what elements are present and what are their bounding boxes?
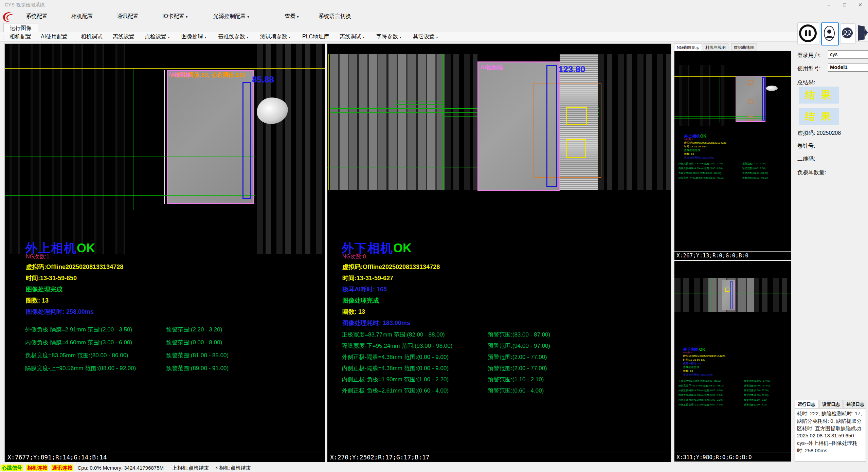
chevron-down-icon: ▾ <box>186 15 187 19</box>
toolbar-item-plc-library[interactable]: PLC地址库 <box>302 33 329 40</box>
mini-warn: 预警范围:(2.00 - 77.00) <box>744 389 768 392</box>
camera-name: 外下相机 <box>342 241 393 255</box>
toolbar-item-image-process[interactable]: 图像处理 ▾ <box>181 33 206 40</box>
mini-measure: 外侧正极-负极=2.61mm 范围:(0.60 - 4.00) <box>679 403 723 406</box>
tab-data-curve[interactable]: 数据曲线图 <box>731 43 757 51</box>
toolbar-item-char-params[interactable]: 字符参数 ▾ <box>376 33 401 40</box>
tab-line-curve[interactable]: 料线曲线图 <box>703 43 728 51</box>
menu-item-comm-config[interactable]: 通讯配置 <box>117 13 139 20</box>
mini-warn: 预警范围:(83.00 - 87.00) <box>744 379 770 383</box>
yellow-defect-box <box>566 107 587 125</box>
model-label: 使用型号: <box>797 65 820 72</box>
mini-warn: 预警范围:(94.00 - 97.00) <box>744 384 770 387</box>
info-loop-count: 圈数: 13 <box>342 308 365 316</box>
mini-measure: 正极宽度=83.77mm 范围:(82.00 - 88.00) <box>679 379 721 383</box>
toolbar-item-ai-config[interactable]: AI使用配置 <box>41 33 68 40</box>
info-ai-time: 极耳AI耗时: 165 <box>342 285 387 293</box>
measurement-row: 内侧正极-负极=1.90mm 范围:(1.00 - 2.20) <box>342 376 449 383</box>
image-strips-right <box>598 54 671 190</box>
mini-green-line <box>674 105 765 105</box>
toolbar-label: PLC地址库 <box>302 34 329 39</box>
mini-info: 图像处理完成 <box>683 365 699 369</box>
tab-setting-log[interactable]: 设置日志 <box>819 400 843 408</box>
minimize-button[interactable]: – <box>821 0 837 10</box>
warning-range: 预警范围:(83.00 - 87.00) <box>488 331 550 339</box>
result-display-2: 结 果 <box>799 108 839 125</box>
pixel-coordinate-bar: X:270;Y:2502;R:17;G:17;B:17 <box>327 453 671 462</box>
toolbar-item-camera-debug[interactable]: 相机调试 <box>81 33 103 40</box>
measurement-row: 隔膜宽度-上=90.56mm 范围:(88.00 - 92.00) <box>25 364 136 372</box>
mini-info: 极耳AI耗时: 165 <box>683 362 702 365</box>
cpu-memory-text: Cpu: 0.0% Memory: 3424.41796875M <box>78 465 164 471</box>
yellow-reference-line <box>5 68 325 69</box>
toolbar-item-test-params[interactable]: 测试项参数 ▾ <box>260 33 290 40</box>
menu-label: 系统配置 <box>26 13 48 19</box>
toolbar-item-offline-setting[interactable]: 离线设置 <box>113 33 134 40</box>
tab-run-image[interactable]: 运行图像 <box>3 23 38 33</box>
tab-run-log[interactable]: 运行日志 <box>795 400 818 408</box>
mini-orange-box <box>748 116 753 121</box>
toolbar: 相机配置 AI使用配置 相机调试 离线设置 点检设置 ▾ 图像处理 ▾ 基准线参… <box>0 32 868 42</box>
qr-code-label: 二维码: <box>797 156 815 163</box>
close-button[interactable]: ✕ <box>852 0 868 10</box>
menu-item-io-config[interactable]: IO卡配置 ▾ <box>162 13 187 20</box>
mini-green-vline <box>720 77 720 123</box>
measurement-text: 外侧负极-隔膜=2.91mm 范围:(2.00 - 3.50) <box>25 326 132 333</box>
reel-number-label: 卷针号: <box>797 143 815 150</box>
mini-camera-status: OK <box>699 347 705 352</box>
menu-item-light-config[interactable]: 光源控制配置 ▾ <box>213 13 249 20</box>
maximize-button[interactable]: □ <box>837 0 852 10</box>
warning-range: 预警范围:(94.00 - 97.00) <box>488 342 550 350</box>
chevron-down-icon: ▾ <box>297 15 299 19</box>
menu-item-view[interactable]: 查看 ▾ <box>285 13 299 20</box>
mini-blue-box <box>762 77 765 121</box>
chevron-down-icon: ▾ <box>247 15 249 19</box>
mini-warn: 预警范围:(2.00 - 77.00) <box>744 394 768 397</box>
user-manage-button[interactable] <box>840 23 856 44</box>
toolbar-label: 其它设置 <box>413 34 435 39</box>
warning-range: 预警范围:(81.00 - 85.00) <box>166 351 229 359</box>
green-line <box>5 195 255 196</box>
result-display-1: 结 果 <box>799 87 839 104</box>
toolbar-item-spot-check[interactable]: 点检设置 ▾ <box>145 33 169 40</box>
lower-camera-status: 下相机:点检结束 <box>214 465 251 471</box>
green-line <box>5 151 255 151</box>
toolbar-item-other-settings[interactable]: 其它设置 ▾ <box>413 33 438 40</box>
negative-tab-count-label: 负极耳数量: <box>797 169 826 176</box>
toolbar-label: 测试项参数 <box>260 34 287 39</box>
tab-ng-display[interactable]: NG截图显示 <box>674 43 702 51</box>
menu-item-language-switch[interactable]: 系统语言切换 <box>319 13 351 20</box>
title-bar: CYS-视觉检测系统 – □ ✕ <box>0 0 868 10</box>
green-vertical-line <box>133 69 133 210</box>
user-login-button[interactable] <box>821 22 839 46</box>
yellow-reference-line <box>328 54 329 190</box>
ai-box-label: AI检测框 <box>480 63 503 71</box>
menu-item-system-config[interactable]: 系统配置 <box>26 13 48 20</box>
measure-value-overlay: 123.80 <box>558 64 585 75</box>
tab-error-log[interactable]: 错误日志 <box>844 400 867 408</box>
measurement-text: 负极宽度=83.05mm 范围:(80.00 - 86.00) <box>25 352 128 359</box>
mini-green-vline <box>711 278 711 312</box>
info-time: 时间:13-31-59-627 <box>342 274 393 282</box>
toolbar-item-camera-config[interactable]: 相机配置 <box>10 33 31 40</box>
toolbar-item-offline-debug[interactable]: 离线调试 ▾ <box>340 33 364 40</box>
mini-info: 时间:13-31-59-627 <box>683 358 705 362</box>
run-log-text[interactable]: 耗时: 222, 缺陷检测耗时: 17, 缺陷分类耗时: 0, 缺陷提取分区耗时… <box>795 408 866 462</box>
ng-thumbnail-lower: 外下相机OK NG次数:0 虚拟码:Offline202502081331347… <box>674 261 791 453</box>
window-title: CYS-视觉检测系统 <box>5 2 44 8</box>
login-user-field[interactable]: cys <box>828 50 868 59</box>
chevron-down-icon: ▾ <box>247 35 248 39</box>
mini-info: 图像处理耗时: 258.00ms <box>684 156 714 160</box>
model-field[interactable]: Model1 <box>828 63 868 72</box>
pause-button[interactable] <box>797 22 819 45</box>
info-process-time: 图像处理耗时: 258.00ms <box>26 308 94 316</box>
warning-range: 预警范围:(0.60 - 4.00) <box>488 387 544 395</box>
info-virtual-code: 虚拟码:Offline20250208133134728 <box>26 263 123 271</box>
exit-button[interactable] <box>857 22 868 44</box>
pixel-coordinate-bar: X:7677;Y:891;R:14;G:14;B:14 <box>5 453 325 462</box>
green-line <box>395 102 445 102</box>
toolbar-item-baseline-params[interactable]: 基准线参数 ▾ <box>218 33 248 40</box>
toolbar-label: 图像处理 <box>181 34 203 39</box>
menu-item-camera-config[interactable]: 相机配置 <box>71 13 93 20</box>
warning-range: 预警范围:(2.00 - 77.00) <box>488 364 547 372</box>
